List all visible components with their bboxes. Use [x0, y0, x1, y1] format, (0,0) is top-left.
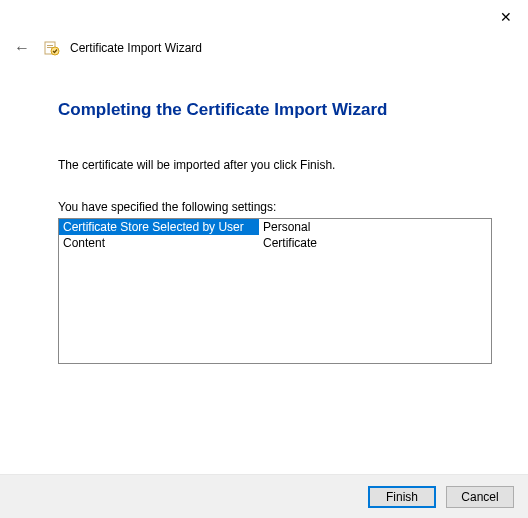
content-area: Completing the Certificate Import Wizard… [58, 100, 492, 364]
wizard-icon [44, 40, 60, 56]
page-description: The certificate will be imported after y… [58, 158, 492, 172]
settings-row-value: Certificate [259, 235, 491, 251]
svg-rect-1 [47, 45, 53, 46]
settings-row[interactable]: Certificate Store Selected by User Perso… [59, 219, 491, 235]
settings-row-value: Personal [259, 219, 491, 235]
page-heading: Completing the Certificate Import Wizard [58, 100, 492, 120]
settings-row-label: Certificate Store Selected by User [59, 219, 259, 235]
footer: Finish Cancel [0, 474, 528, 518]
finish-button[interactable]: Finish [368, 486, 436, 508]
settings-row[interactable]: Content Certificate [59, 235, 491, 251]
close-button[interactable]: ✕ [494, 6, 518, 28]
back-button[interactable]: ← [10, 38, 34, 58]
header: ← Certificate Import Wizard [10, 38, 518, 58]
close-icon: ✕ [500, 9, 512, 25]
window-title: Certificate Import Wizard [70, 41, 202, 55]
settings-label: You have specified the following setting… [58, 200, 492, 214]
back-arrow-icon: ← [14, 39, 30, 56]
settings-list[interactable]: Certificate Store Selected by User Perso… [58, 218, 492, 364]
cancel-button[interactable]: Cancel [446, 486, 514, 508]
settings-row-label: Content [59, 235, 259, 251]
